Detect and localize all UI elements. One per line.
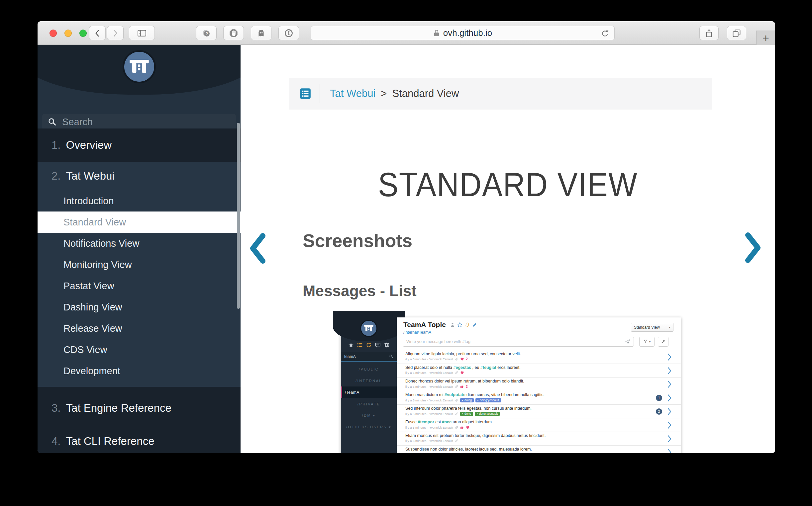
link-icon [455,412,458,416]
open-message-chevron[interactable] [667,394,671,403]
channel-item[interactable]: /PRIVATE [341,398,397,410]
expand-button[interactable] [658,337,668,347]
text-part: Suspendisse non dolor ultricies, laoreet… [405,447,532,451]
forward-button[interactable] [107,26,124,40]
sidebar-subitem-release-view[interactable]: Release View [38,318,240,339]
open-message-chevron[interactable] [667,381,671,390]
breadcrumb-parent-link[interactable]: Tat Webui [330,88,375,100]
sidebar-subitem-development[interactable]: Development [38,360,240,382]
message-row[interactable]: Maecenas dictum mi #vulputate diam cursu… [397,391,681,404]
message-row[interactable]: Aliquam vitae ligula lacinia, pretium ur… [397,350,681,363]
gear-icon[interactable] [384,342,390,348]
hashtag[interactable]: #tempor [418,420,434,424]
open-message-chevron[interactable] [667,367,671,376]
app-channel-search[interactable]: teamA [341,352,397,361]
new-tab-button[interactable]: + [756,30,775,45]
text-part: Aliquam vitae ligula lacinia, pretium ur… [405,352,521,356]
message-row[interactable]: Sed placerat odio et nulla #egestas , eu… [397,363,681,377]
reply-count-badge[interactable]: 2 [656,408,662,415]
sidebar-subitem-pastat-view[interactable]: Pastat View [38,275,240,297]
hashtag[interactable]: #vulputate [445,393,465,397]
open-message-chevron[interactable] [667,353,671,362]
thumbs-up-icon [460,425,464,429]
hashtag[interactable]: #feugiat [481,365,496,370]
close-window-button[interactable] [50,29,57,37]
refresh-button[interactable] [600,29,610,39]
sidebar-subitem-standard-view[interactable]: Standard View [38,212,240,233]
send-icon[interactable] [625,339,630,344]
open-message-chevron[interactable] [667,421,671,430]
label-pill[interactable]: doing:yesnault [475,398,501,402]
extension-ghostery-button[interactable] [251,26,272,40]
sidebar-subitem-cds-view[interactable]: CDS View [38,339,240,360]
sidebar-subitem-notifications-view[interactable]: Notifications View [38,233,240,254]
search-icon [48,117,57,126]
history-icon[interactable] [366,342,372,348]
sidebar-scrollbar[interactable] [237,123,240,309]
star-outline-icon[interactable] [457,322,462,327]
extension-blocker-button[interactable] [223,26,244,40]
list-icon[interactable] [357,342,363,348]
view-selector-dropdown[interactable]: Standard View ▾ [631,323,673,332]
address-bar[interactable]: ovh.github.io [311,26,615,40]
user-icon[interactable] [450,322,455,327]
sidebar-subitem-monitoring-view[interactable]: Monitoring View [38,254,240,275]
sidebar-item-tat-webui[interactable]: 2. Tat Webui [38,162,240,190]
channel-item[interactable]: /PUBLIC [341,363,397,375]
pill-dot [477,413,478,414]
open-message-chevron[interactable] [667,435,671,444]
extension-help-button[interactable]: ? [196,26,217,40]
back-button[interactable] [89,26,106,40]
hashtag[interactable]: #egestas [453,365,471,370]
tat-logo[interactable] [123,50,156,83]
sidebar-item-tat-cli-reference[interactable]: 4. Tat CLI Reference [38,425,240,453]
tab-overview-button[interactable] [727,26,746,40]
message-row[interactable]: Sed interdum dolor pharetra felis egesta… [397,404,681,418]
message-text: Fusce #tempor est #nec urna aliquet inte… [405,420,681,424]
channel-item[interactable]: /INTERNAL [341,375,397,387]
heart-icon [460,357,464,361]
message-composer[interactable]: Write your message here with #tag [403,337,634,347]
share-button[interactable] [699,26,719,40]
channel-item[interactable]: /TeamA [341,387,397,398]
message-row[interactable]: Suspendisse non dolor ultricies, laoreet… [397,445,681,453]
message-meta: il y a 5 minutes - Yvonnick Esnault2 [405,357,681,361]
hashtag[interactable]: #nec [442,420,451,424]
extension-password-button[interactable] [278,26,299,40]
link-icon [455,439,458,443]
topic-path-link[interactable]: /Internal/TeamA [403,330,431,335]
bell-icon[interactable] [465,322,470,328]
message-row[interactable]: Etiam rhoncus est pretium tortor tristiq… [397,432,681,445]
message-text: Donec rhoncus dolor vel ipsum rutrum, at… [405,379,681,384]
message-row[interactable]: Fusce #tempor est #nec urna aliquet inte… [397,418,681,432]
filter-button[interactable]: ▾ [639,337,655,347]
open-message-chevron[interactable] [667,448,671,453]
chevron-right-icon [111,29,120,37]
message-timestamp-author: il y a 5 minutes - Yvonnick Esnault [405,385,453,389]
sidebar-search[interactable] [42,114,236,130]
label-pill[interactable]: done:yesnault [475,412,500,416]
pencil-icon[interactable] [472,322,477,327]
label-pill[interactable]: done [460,412,473,416]
zoom-window-button[interactable] [79,29,87,37]
next-page-arrow[interactable] [743,232,762,263]
sidebar-toggle-button[interactable] [129,26,155,40]
channel-item[interactable]: /OTHERS USERS ▾ [341,421,397,433]
heart-icon [460,371,464,374]
link-icon [455,357,458,361]
message-meta: il y a 5 minutes - Yvonnick Esnault [405,425,681,429]
chat-bubble-icon[interactable] [375,342,381,348]
reply-count-badge[interactable]: 1 [656,395,662,401]
sidebar-subitem-dashing-view[interactable]: Dashing View [38,297,240,318]
minimize-window-button[interactable] [64,29,72,37]
search-input[interactable] [62,116,214,128]
star-icon[interactable] [348,342,354,348]
sidebar-item-tat-engine-reference[interactable]: 3. Tat Engine Reference [38,392,240,425]
label-pill[interactable]: doing [460,398,474,402]
message-row[interactable]: Donec rhoncus dolor vel ipsum rutrum, at… [397,377,681,391]
sidebar-subitem-introduction[interactable]: Introduction [38,190,240,212]
open-message-chevron[interactable] [667,408,671,417]
prev-page-arrow[interactable] [248,233,268,264]
channel-item[interactable]: /DM ▾ [341,410,397,421]
sidebar-item-overview[interactable]: 1. Overview [38,129,240,162]
